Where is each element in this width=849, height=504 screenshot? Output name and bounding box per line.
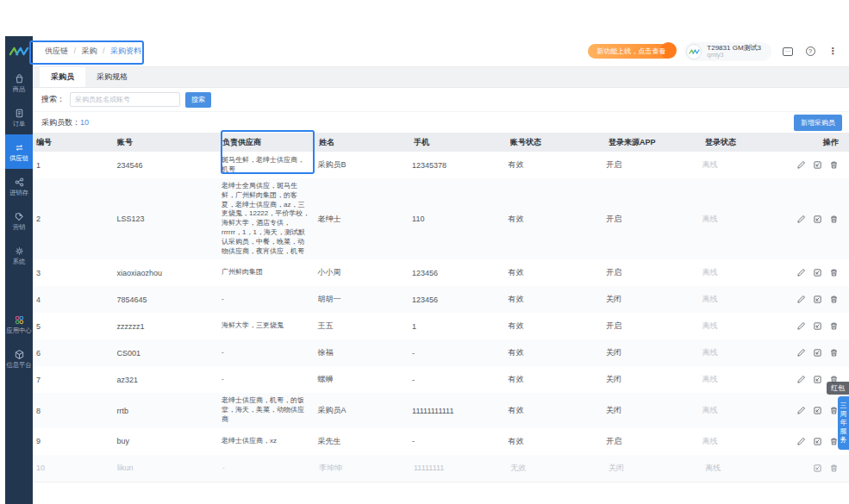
cell-actions: [796, 160, 849, 170]
purchaser-count: 采购员数：10: [41, 117, 89, 128]
table-header: 编号 账号 负责供应商 姓名 手机 账号状态 登录来源APP 登录状态 操作: [33, 133, 849, 152]
sidebar-item-inventory[interactable]: 进销存: [5, 169, 33, 203]
more-menu-icon[interactable]: [827, 46, 839, 58]
edit-icon[interactable]: [796, 406, 806, 415]
reset-password-icon[interactable]: [813, 215, 822, 224]
edit-icon[interactable]: [796, 295, 806, 304]
edit-icon[interactable]: [796, 268, 806, 277]
cell-name: 胡胡一: [318, 294, 413, 305]
reset-password-icon[interactable]: [813, 464, 822, 473]
delete-icon[interactable]: [829, 160, 839, 170]
cell-account-status: 有效: [509, 214, 606, 225]
search-input[interactable]: [70, 92, 180, 107]
cell-suppliers: -: [222, 345, 318, 361]
cell-suppliers: 广州鲜肉集团: [222, 264, 318, 281]
cell-app-source: 开启: [606, 214, 702, 225]
cell-phone: -: [412, 437, 508, 445]
goods-bag-icon: [14, 73, 25, 84]
breadcrumb-separator: /: [74, 47, 77, 55]
cell-no: 4: [33, 296, 117, 304]
cell-name: 老绅士: [318, 214, 413, 225]
reset-password-icon[interactable]: [813, 295, 822, 304]
red-packet-tag[interactable]: 红包: [827, 382, 849, 395]
cell-login-status: 离线: [702, 436, 797, 447]
cell-account-status: 有效: [509, 320, 606, 332]
supply-chain-icon: [14, 142, 25, 153]
system-gear-icon: [14, 246, 25, 257]
reset-password-icon[interactable]: [813, 406, 822, 415]
cell-account: rrtb: [117, 407, 222, 415]
cell-no: 3: [33, 269, 117, 277]
cell-login-status: 离线: [702, 267, 797, 278]
edit-icon[interactable]: [796, 348, 806, 358]
edit-icon[interactable]: [796, 215, 806, 224]
tab-purchaser[interactable]: 采购员: [40, 67, 85, 87]
edit-icon[interactable]: [796, 437, 806, 446]
reset-password-icon[interactable]: [813, 437, 822, 446]
count-label: 采购员数：: [41, 118, 80, 127]
anniversary-service-tab[interactable]: 三周年服务: [838, 396, 849, 450]
cell-name: 徐福: [318, 347, 413, 358]
message-bubble-icon: [783, 47, 793, 56]
cell-no: 2: [33, 215, 117, 223]
breadcrumb-purchase[interactable]: 采购: [82, 47, 97, 55]
cell-actions: [800, 464, 849, 473]
tab-purchase-spec[interactable]: 采购规格: [85, 67, 139, 87]
cell-actions: [796, 348, 849, 358]
edit-icon[interactable]: [796, 160, 806, 170]
delete-icon[interactable]: [829, 321, 839, 331]
cell-suppliers: 老绅士全局供应，斑马生鲜，广州鲜肉集团，的客夏，老绅士供应商，az，三更烧鬼，1…: [222, 178, 318, 259]
reset-password-icon[interactable]: [813, 321, 822, 331]
sidebar-item-label: 进销存: [9, 190, 28, 196]
delete-icon[interactable]: [829, 268, 839, 277]
cell-no: 9: [33, 437, 117, 445]
add-purchaser-button[interactable]: 新增采购员: [794, 115, 842, 131]
sidebar-item-label: 商品: [13, 86, 26, 92]
sidebar-item-info-platform[interactable]: 信息平台: [5, 341, 33, 376]
sidebar-item-label: 系统: [13, 258, 26, 264]
new-feature-promo-button[interactable]: 新功能上线，点击查看: [588, 44, 674, 59]
reset-password-icon[interactable]: [813, 160, 822, 170]
reset-password-icon[interactable]: [813, 268, 822, 277]
reset-password-icon[interactable]: [813, 348, 822, 358]
sidebar-item-goods[interactable]: 商品: [5, 65, 33, 100]
breadcrumb-supply-chain[interactable]: 供应链: [45, 47, 68, 55]
cell-account: 7854645: [117, 296, 222, 304]
cell-app-source: 开启: [606, 159, 702, 171]
cell-login-status: 离线: [705, 463, 800, 474]
delete-icon[interactable]: [829, 464, 839, 473]
sidebar-item-label: 供应链: [9, 155, 28, 161]
cell-login-status: 离线: [702, 405, 797, 416]
cell-phone: -: [412, 376, 508, 384]
sidebar-item-supply-chain[interactable]: 供应链: [5, 134, 33, 169]
breadcrumb: 供应链 / 采购 / 采购资料: [45, 46, 141, 57]
cell-account: buy: [117, 437, 222, 445]
cell-account-status: 有效: [509, 347, 606, 358]
help-icon[interactable]: [804, 46, 816, 58]
app-logo[interactable]: [5, 36, 33, 65]
table-row: 6 CS001 - 徐福 - 有效 关闭 离线: [33, 339, 849, 366]
user-account-chip[interactable]: T29831 GM测试3 qmty3: [684, 42, 771, 61]
cell-no: 10: [33, 464, 117, 472]
delete-icon[interactable]: [829, 295, 839, 304]
col-header-phone: 手机: [414, 137, 510, 148]
sidebar-item-app-center[interactable]: 应用中心: [5, 307, 33, 341]
sidebar-item-marketing[interactable]: 营销: [5, 203, 33, 238]
cell-app-source: 开启: [606, 267, 702, 278]
delete-icon[interactable]: [829, 348, 839, 358]
messages-icon[interactable]: [782, 46, 794, 58]
cell-name: 小小周: [318, 267, 413, 278]
sidebar-item-orders[interactable]: 订单: [5, 100, 33, 134]
cell-suppliers: -: [222, 460, 319, 476]
table-row: 3 xiaoxiaozhou 广州鲜肉集团 小小周 123456 有效 开启 离…: [33, 259, 849, 286]
breadcrumb-current: 采购资料: [110, 47, 141, 55]
cell-account: likun: [117, 464, 222, 472]
edit-icon[interactable]: [796, 375, 806, 384]
cell-no: 7: [33, 376, 117, 384]
edit-icon[interactable]: [796, 321, 806, 331]
delete-icon[interactable]: [829, 215, 839, 224]
reset-password-icon[interactable]: [813, 375, 822, 384]
search-button[interactable]: 搜索: [185, 92, 211, 108]
avatar: [686, 44, 702, 59]
sidebar-item-system[interactable]: 系统: [5, 238, 33, 272]
